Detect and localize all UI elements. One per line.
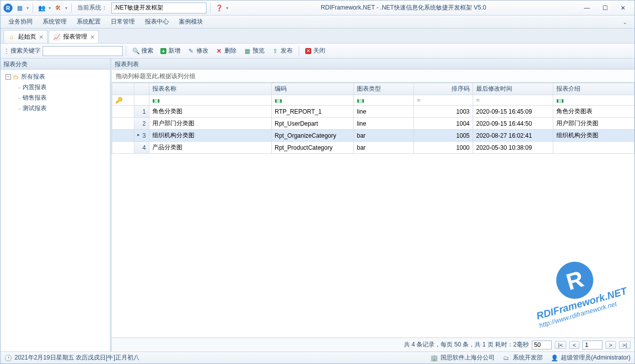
row-selector[interactable] (112, 142, 134, 154)
cell-intro: 用户部门分类图 (553, 118, 634, 130)
page-input[interactable] (582, 340, 602, 349)
filter-sort[interactable]: = (414, 95, 473, 106)
collapse-icon[interactable]: − (6, 74, 11, 80)
publish-button[interactable]: ⇪发布 (269, 45, 296, 57)
edit-button[interactable]: ✎修改 (184, 45, 211, 57)
cell-intro: 组织机构分类图 (553, 130, 634, 142)
app-logo-icon: R (4, 4, 13, 13)
filter-code[interactable]: ▮▯▮ (272, 95, 354, 106)
current-system-label: 当前系统： (77, 4, 107, 12)
plus-icon: + (160, 48, 166, 54)
row-selector[interactable] (112, 118, 134, 130)
close-window-button[interactable]: ✕ (614, 3, 631, 14)
search-button[interactable]: 🔍搜索 (129, 45, 156, 57)
status-dept: 系统开发部 (513, 353, 543, 362)
grid-icon[interactable]: ▦ (15, 3, 25, 13)
menubar: 业务协同系统管理系统配置日常管理报表中心案例模块 ⌄ (1, 16, 634, 29)
status-user: 超级管理员(Administrator) (561, 353, 630, 362)
tree-item[interactable]: ▫销售报表 (4, 93, 107, 103)
tab[interactable]: ⌂起始页× (4, 30, 48, 43)
maximize-button[interactable]: ☐ (596, 3, 613, 14)
col-type[interactable]: 图表类型 (354, 83, 414, 95)
tab-close-icon[interactable]: × (39, 33, 43, 41)
cell-sort: 1004 (414, 118, 473, 130)
row-number: 3 (134, 130, 149, 142)
first-page-button[interactable]: |< (555, 341, 566, 349)
menu-item[interactable]: 业务协同 (4, 16, 38, 28)
delete-button[interactable]: ✕删除 (213, 45, 240, 57)
filter-type[interactable]: ▮▯▮ (354, 95, 414, 106)
row-selector[interactable] (112, 130, 134, 142)
table-row[interactable]: 4 产品分类图 Rpt_ProductCategory bar 1000 202… (112, 142, 634, 154)
minimize-button[interactable]: — (578, 3, 595, 14)
cell-time: 2020-05-30 10:38:09 (473, 142, 553, 154)
rownum-header[interactable] (134, 83, 149, 95)
tree-item[interactable]: ▫测试报表 (4, 103, 107, 114)
table-row[interactable]: 1 角色分类图 RTP_REPORT_1 line 1003 2020-09-1… (112, 106, 634, 118)
cell-code: Rpt_ProductCategory (272, 142, 354, 154)
home-icon: ⌂ (8, 34, 15, 41)
help-icon[interactable]: ❓ (214, 3, 224, 13)
tree-item[interactable]: ▫内置报表 (4, 82, 107, 93)
last-page-button[interactable]: >| (619, 341, 630, 349)
dept-icon: 🗂 (503, 354, 510, 361)
tree-root-label: 所有报表 (21, 73, 45, 81)
tools-icon[interactable]: 🛠 (53, 3, 63, 13)
row-selector[interactable] (112, 106, 134, 118)
filter-time[interactable]: = (473, 95, 553, 106)
col-name[interactable]: 报表名称 (149, 83, 272, 95)
col-sort[interactable]: 排序码 (414, 83, 473, 95)
cell-type: line (354, 118, 414, 130)
tree-item-label: 测试报表 (23, 104, 47, 113)
tree-root[interactable]: − 🗀 所有报表 (4, 72, 107, 82)
table-row[interactable]: 3 组织机构分类图 Rpt_OrganizeCategory bar 1005 … (112, 130, 634, 142)
filter-name[interactable]: ▮▯▮ (149, 95, 272, 106)
page-size-input[interactable] (532, 340, 552, 349)
cell-sort: 1003 (414, 106, 473, 118)
close-button[interactable]: ✕关闭 (302, 45, 328, 57)
cell-sort: 1005 (414, 130, 473, 142)
main-area: 报表分类 − 🗀 所有报表 ▫内置报表▫销售报表▫测试报表 报表列表 拖动列标题… (1, 59, 634, 351)
selector-header[interactable] (112, 83, 134, 95)
cell-name: 角色分类图 (149, 106, 272, 118)
row-number: 4 (134, 142, 149, 154)
filter-intro[interactable]: ▮▯▮ (553, 95, 634, 106)
group-panel[interactable]: 拖动列标题至此,根据该列分组 (112, 70, 634, 83)
tree-item-label: 内置报表 (23, 83, 47, 92)
filter-selector[interactable]: 🔑 (112, 95, 134, 106)
menu-item[interactable]: 日常管理 (106, 16, 140, 28)
search-input[interactable] (43, 46, 123, 56)
add-button[interactable]: +新增 (157, 45, 183, 57)
current-system-select[interactable] (111, 3, 206, 14)
cell-code: Rpt_OrganizeCategory (272, 130, 354, 142)
menubar-expand-icon[interactable]: ⌄ (618, 19, 631, 26)
chart-icon: 📈 (53, 34, 60, 41)
cell-intro (553, 142, 634, 154)
col-intro[interactable]: 报表介绍 (553, 83, 634, 95)
next-page-button[interactable]: > (605, 341, 615, 349)
tab-close-icon[interactable]: × (90, 33, 94, 41)
left-pane: 报表分类 − 🗀 所有报表 ▫内置报表▫销售报表▫测试报表 (1, 59, 112, 351)
table-row[interactable]: 2 用户部门分类图 Rpt_UserDepart line 1004 2020-… (112, 118, 634, 130)
col-code[interactable]: 编码 (272, 83, 354, 95)
cell-intro: 角色分类图表 (553, 106, 634, 118)
menu-item[interactable]: 系统配置 (72, 16, 106, 28)
cell-name: 用户部门分类图 (149, 118, 272, 130)
right-pane-header: 报表列表 (112, 59, 634, 70)
col-time[interactable]: 最后修改时间 (473, 83, 553, 95)
tab[interactable]: 📈报表管理× (49, 30, 99, 43)
watermark: R RDIFramework.NET http://www.rdiframewo… (525, 249, 630, 329)
users-icon[interactable]: 👥 (37, 3, 47, 13)
menu-item[interactable]: 案例模块 (174, 16, 208, 28)
app-title: RDIFramework.NET - .NET快速信息化系统敏捷开发框架 V5.… (229, 4, 578, 12)
preview-button[interactable]: ▦预览 (241, 45, 268, 57)
cell-time: 2020-09-15 16:45:09 (473, 106, 553, 118)
menu-item[interactable]: 系统管理 (38, 16, 72, 28)
left-pane-header: 报表分类 (1, 59, 110, 70)
cell-type: bar (354, 130, 414, 142)
publish-icon: ⇪ (272, 48, 279, 55)
tab-label: 起始页 (18, 33, 36, 41)
menu-item[interactable]: 报表中心 (140, 16, 174, 28)
prev-page-button[interactable]: < (569, 341, 579, 349)
status-date: 2021年2月19日星期五 农历戊戌日[牛]正月初八 (15, 353, 139, 362)
